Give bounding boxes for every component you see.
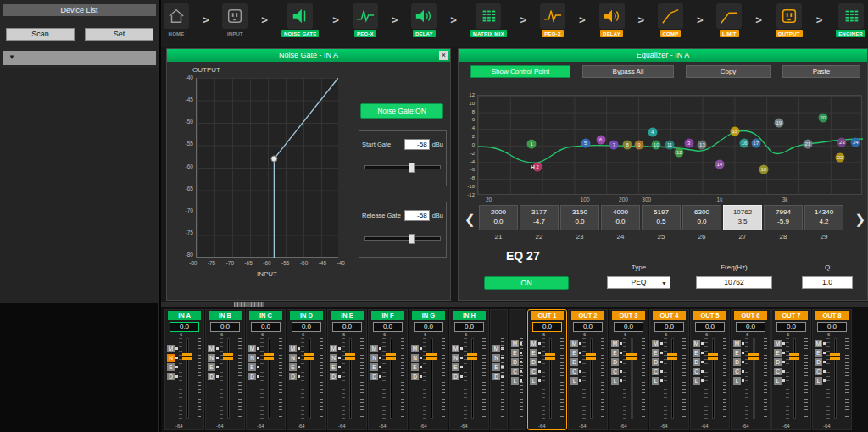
q-input[interactable]: 1.0: [802, 276, 853, 289]
eq-point-20[interactable]: 20: [818, 113, 827, 122]
channel-btn-E[interactable]: E: [452, 363, 459, 371]
channel-btn-E[interactable]: E: [289, 363, 297, 371]
toolbar-item-delay[interactable]: DELAY: [411, 3, 437, 37]
channel-btn-N[interactable]: N: [208, 354, 215, 362]
eq-point-14[interactable]: 14: [715, 160, 724, 169]
channel-btn-M[interactable]: M: [289, 345, 297, 352]
fader-track[interactable]: [471, 338, 474, 419]
eq-point-16[interactable]: 16: [740, 138, 749, 147]
channel-btn-N[interactable]: N: [330, 354, 337, 362]
close-icon[interactable]: ×: [439, 51, 448, 60]
fader-handle[interactable]: [426, 353, 437, 360]
band-cell-24[interactable]: 4000 0.0: [601, 205, 640, 230]
noise-gate-on-button[interactable]: Noise Gate:ON: [360, 103, 443, 119]
copy-button[interactable]: Copy: [686, 65, 771, 78]
channel-gain-value[interactable]: 0.0: [414, 322, 443, 332]
eq-point-7[interactable]: 7: [609, 141, 619, 150]
fader-track[interactable]: [186, 338, 189, 419]
start-gate-slider-handle[interactable]: [409, 163, 415, 173]
channel-btn-D[interactable]: D: [815, 358, 822, 366]
channel-btn-D[interactable]: D: [530, 358, 537, 366]
channel-btn-D[interactable]: D: [370, 373, 378, 380]
channel-btn-D[interactable]: D: [492, 373, 500, 380]
toolbar-item-peq-x[interactable]: PEQ-X: [353, 3, 378, 37]
fader-track[interactable]: [227, 338, 230, 419]
set-button[interactable]: Set: [85, 28, 153, 41]
channel-btn-E[interactable]: E: [208, 363, 215, 371]
fader-track[interactable]: [549, 338, 552, 419]
channel-btn-L[interactable]: L: [652, 377, 659, 385]
eq-point-9[interactable]: 9: [634, 141, 643, 150]
fader-handle[interactable]: [708, 353, 718, 360]
band-cell-23[interactable]: 3150 0.0: [560, 205, 599, 230]
channel-btn-M[interactable]: M: [611, 340, 619, 347]
channel-btn-M[interactable]: M: [733, 340, 741, 347]
channel-btn-N[interactable]: N: [370, 354, 378, 362]
eq-point-6[interactable]: 6: [596, 136, 605, 145]
channel-btn-E[interactable]: E: [733, 349, 741, 357]
channel-btn-C[interactable]: C: [511, 368, 519, 375]
start-gate-input[interactable]: [404, 139, 430, 150]
channel-btn-N[interactable]: N: [289, 354, 297, 362]
fader-handle[interactable]: [223, 353, 233, 360]
channel-gain-value[interactable]: 0.0: [776, 322, 806, 332]
scan-button[interactable]: Scan: [6, 28, 75, 41]
channel-btn-D[interactable]: D: [570, 358, 578, 366]
bypass-all-button[interactable]: Bypass All: [582, 65, 674, 78]
fader-track[interactable]: [390, 338, 392, 419]
channel-btn-E[interactable]: E: [652, 349, 659, 357]
channel-btn-L[interactable]: L: [511, 377, 519, 385]
channel-btn-M[interactable]: M: [774, 340, 782, 347]
fader-handle[interactable]: [345, 353, 355, 360]
release-gate-slider-handle[interactable]: [409, 234, 415, 244]
channel-btn-E[interactable]: E: [411, 363, 419, 371]
channel-gain-value[interactable]: 0.0: [532, 322, 562, 332]
band-cell-25[interactable]: 5197 0.5: [642, 205, 681, 230]
eq-point-10[interactable]: 10: [652, 141, 661, 150]
channel-btn-E[interactable]: E: [815, 349, 822, 357]
band-cell-22[interactable]: 3177 -4.7: [520, 205, 559, 230]
eq-point-8[interactable]: 8: [623, 141, 632, 150]
toolbar-item-delay[interactable]: DELAY: [599, 3, 625, 37]
channel-btn-C[interactable]: C: [774, 368, 782, 375]
channel-btn-L[interactable]: L: [693, 377, 700, 385]
eq-point-3[interactable]: 3: [684, 138, 693, 147]
toolbar-item-input[interactable]: INPUT: [222, 3, 248, 37]
toolbar-item-enginer[interactable]: ENGINER: [836, 3, 865, 37]
fader-handle[interactable]: [264, 353, 274, 360]
channel-btn-L[interactable]: L: [733, 377, 741, 385]
channel-btn-E[interactable]: E: [167, 363, 175, 371]
channel-btn-M[interactable]: M: [452, 345, 459, 352]
channel-btn-D[interactable]: D: [289, 373, 297, 380]
channel-btn-C[interactable]: C: [733, 368, 741, 375]
channel-gain-value[interactable]: 0.0: [292, 322, 321, 332]
band-cell-28[interactable]: 7994 -5.9: [764, 205, 803, 230]
channel-btn-E[interactable]: E: [330, 363, 337, 371]
channel-gain-value[interactable]: 0.0: [736, 322, 765, 332]
fader-track[interactable]: [671, 338, 674, 419]
channel-btn-E[interactable]: E: [611, 349, 619, 357]
fader-track[interactable]: [793, 338, 796, 419]
fader-handle[interactable]: [304, 353, 314, 360]
channel-btn-E[interactable]: E: [370, 363, 378, 371]
channel-btn-D[interactable]: D: [208, 373, 215, 380]
channel-btn-C[interactable]: C: [815, 368, 822, 375]
fader-handle[interactable]: [386, 353, 396, 360]
fader-handle[interactable]: [830, 353, 840, 360]
channel-btn-N[interactable]: N: [492, 354, 500, 362]
eq-point-15[interactable]: 15: [730, 126, 739, 136]
channel-btn-E[interactable]: E: [530, 349, 537, 357]
show-control-point-button[interactable]: Show Control Point: [470, 65, 570, 78]
fader-track[interactable]: [268, 338, 270, 419]
channel-btn-C[interactable]: C: [652, 368, 659, 375]
fader-handle[interactable]: [545, 353, 555, 360]
fader-handle[interactable]: [182, 353, 192, 360]
toolbar-item-noise-gate[interactable]: NOISE GATE: [281, 3, 320, 37]
fader-handle[interactable]: [789, 353, 799, 360]
channel-btn-D[interactable]: D: [248, 373, 256, 380]
channel-btn-N[interactable]: N: [452, 354, 459, 362]
eq-point-5[interactable]: 5: [581, 138, 590, 147]
channel-btn-M[interactable]: M: [411, 345, 419, 352]
bands-scroll-right-icon[interactable]: ❯: [854, 212, 865, 227]
channel-btn-E[interactable]: E: [774, 349, 782, 357]
